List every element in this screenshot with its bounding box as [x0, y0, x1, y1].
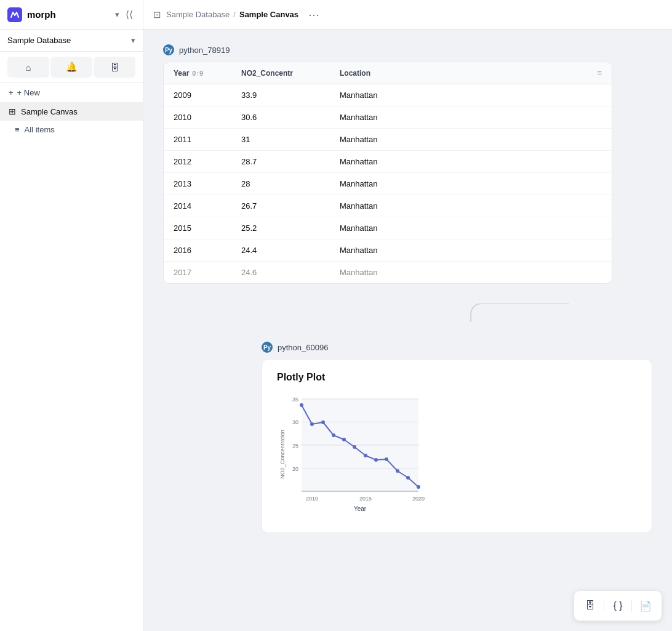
- cell-no2: 24.4: [231, 239, 330, 262]
- chart-card: Plotly Plot 35 30 25 20: [262, 359, 652, 533]
- sidebar-item-canvas[interactable]: ⊞ Sample Canvas: [0, 102, 143, 121]
- connection-line-svg: [385, 303, 569, 322]
- python-block-2-label: python_60096: [278, 343, 328, 352]
- list-icon: ≡: [15, 125, 20, 134]
- new-plus-icon: +: [9, 88, 14, 97]
- database-selector[interactable]: Sample Database ▾: [0, 30, 143, 52]
- cell-year: 2010: [164, 107, 231, 129]
- th-location-label: Location: [340, 69, 370, 78]
- table-row: 2011 31 Manhattan: [164, 129, 612, 151]
- breadcrumb-separator: /: [233, 10, 236, 19]
- toolbar-document-button[interactable]: 📄: [634, 595, 657, 617]
- cell-year: 2011: [164, 129, 231, 151]
- toolbar-database-button[interactable]: 🗄: [579, 595, 601, 617]
- table-row: 2013 28 Manhattan: [164, 173, 612, 195]
- cell-no2: 28.7: [231, 151, 330, 173]
- data-table-card: Year 0↑9 NO2_Concentr Location ≡: [163, 62, 612, 284]
- python-block-1: Py python_78919 Year 0↑9: [163, 44, 652, 284]
- breadcrumb-database: Sample Database: [166, 10, 230, 19]
- canvas-grid-icon: ⊞: [9, 107, 16, 116]
- cell-year: 2013: [164, 173, 231, 195]
- brand-icon: [7, 7, 22, 22]
- topbar-more-button[interactable]: ⋯: [308, 8, 319, 22]
- python-block-1-label: python_78919: [179, 46, 230, 55]
- python-label-1: Py python_78919: [163, 44, 652, 55]
- home-button[interactable]: ⌂: [7, 57, 49, 78]
- th-no2-label: NO2_Concentr: [241, 69, 293, 78]
- svg-point-21: [364, 454, 367, 457]
- th-no2: NO2_Concentr: [231, 62, 330, 84]
- th-year-label: Year: [174, 69, 189, 78]
- cell-no2: 33.9: [231, 84, 330, 107]
- table-row: 2012 28.7 Manhattan: [164, 151, 612, 173]
- new-label: + New: [17, 88, 40, 97]
- th-year: Year 0↑9: [164, 62, 231, 84]
- brand-name: morph: [27, 9, 56, 20]
- toolbar-code-icon: { }: [613, 600, 622, 611]
- sidebar-header: morph ▾ ⟨⟨: [0, 0, 143, 30]
- cell-no2: 30.6: [231, 107, 330, 129]
- table-body: 2009 33.9 Manhattan 2010 30.6 Manhattan …: [164, 84, 612, 284]
- svg-text:Py: Py: [263, 344, 271, 351]
- table-row: 2016 24.4 Manhattan: [164, 239, 612, 262]
- database-dropdown-icon: ▾: [131, 36, 135, 45]
- toolbar-separator-2: [631, 600, 632, 612]
- cell-location: Manhattan: [330, 217, 612, 239]
- svg-text:25: 25: [292, 443, 298, 449]
- topbar: ⊡ Sample Database / Sample Canvas ⋯: [143, 0, 672, 30]
- breadcrumb-canvas: Sample Canvas: [239, 10, 298, 19]
- svg-point-25: [406, 476, 410, 480]
- table-row: 2015 25.2 Manhattan: [164, 217, 612, 239]
- svg-point-18: [332, 433, 335, 437]
- svg-point-23: [385, 457, 388, 461]
- cell-location: Manhattan: [330, 239, 612, 262]
- sidebar-item-all-items[interactable]: ≡ All items: [0, 121, 143, 139]
- svg-text:30: 30: [292, 419, 298, 425]
- cell-year: 2015: [164, 217, 231, 239]
- toolbar-doc-icon: 📄: [639, 600, 652, 612]
- table-row: 2017 24.6 Manhattan: [164, 262, 612, 284]
- svg-point-24: [396, 469, 399, 473]
- bottom-toolbar: 🗄 { } 📄: [574, 590, 662, 621]
- brand-dropdown-icon[interactable]: ▾: [115, 10, 119, 19]
- svg-point-19: [342, 438, 346, 441]
- svg-text:35: 35: [292, 396, 298, 403]
- database-button[interactable]: 🗄: [94, 57, 135, 78]
- cell-location: Manhattan: [330, 173, 612, 195]
- th-year-sort-icon[interactable]: 0↑9: [192, 70, 203, 77]
- python-icon-1: Py: [163, 44, 174, 55]
- svg-text:Year: Year: [354, 505, 367, 512]
- canvas-label: Sample Canvas: [21, 107, 78, 116]
- th-location: Location ≡: [330, 62, 612, 84]
- cell-no2: 28: [231, 173, 330, 195]
- database-name: Sample Database: [7, 36, 71, 45]
- new-button[interactable]: + + New: [0, 83, 143, 102]
- svg-point-26: [417, 485, 420, 489]
- cell-location: Manhattan: [330, 195, 612, 217]
- svg-point-15: [300, 403, 303, 407]
- svg-text:2010: 2010: [306, 496, 318, 502]
- connection-visual: [163, 303, 569, 322]
- notification-button[interactable]: 🔔: [50, 57, 92, 78]
- cell-year: 2012: [164, 151, 231, 173]
- toolbar-code-button[interactable]: { }: [607, 595, 629, 617]
- all-items-label: All items: [25, 125, 55, 134]
- sidebar-collapse-button[interactable]: ⟨⟨: [123, 6, 135, 23]
- table-row: 2010 30.6 Manhattan: [164, 107, 612, 129]
- cell-year: 2017: [164, 262, 231, 284]
- svg-text:2015: 2015: [359, 496, 372, 502]
- svg-point-20: [353, 445, 356, 449]
- plotly-chart-svg: 35 30 25 20 NO2_Concentration: [277, 393, 425, 516]
- cell-location: Manhattan: [330, 84, 612, 107]
- svg-text:Py: Py: [165, 47, 173, 54]
- svg-point-17: [321, 420, 325, 424]
- brand: morph: [7, 7, 56, 22]
- th-menu-icon[interactable]: ≡: [597, 68, 602, 78]
- cell-year: 2016: [164, 239, 231, 262]
- svg-text:NO2_Concentration: NO2_Concentration: [279, 430, 286, 479]
- svg-point-16: [310, 422, 314, 426]
- bell-icon: 🔔: [66, 62, 78, 73]
- svg-point-22: [374, 458, 378, 462]
- cell-location: Manhattan: [330, 107, 612, 129]
- python-label-2: Py python_60096: [262, 342, 652, 353]
